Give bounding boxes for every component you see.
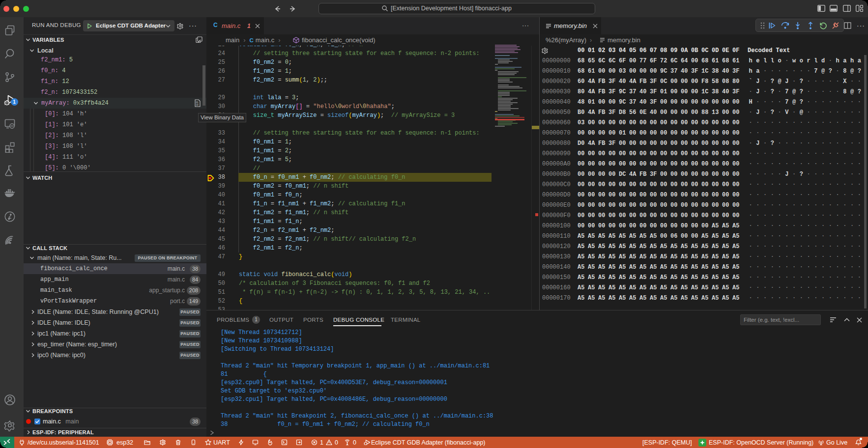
svg-text:10: 10: [196, 104, 199, 106]
